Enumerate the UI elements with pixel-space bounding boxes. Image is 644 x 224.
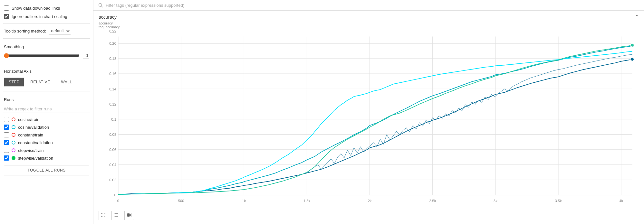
svg-text:0.18: 0.18: [109, 57, 116, 61]
ignore-outliers-label: Ignore outliers in chart scaling: [12, 14, 67, 19]
smoothing-slider[interactable]: [4, 53, 80, 58]
run-label-constant-validation: constant/validation: [18, 140, 53, 145]
axis-wall-btn[interactable]: WALL: [56, 78, 77, 87]
fit-icon-btn[interactable]: [124, 211, 134, 220]
search-icon: [98, 3, 103, 8]
chart-header: accuracy ⌃: [99, 14, 639, 20]
run-checkbox-cosine-validation[interactable]: [4, 125, 9, 130]
svg-point-0: [99, 4, 102, 6]
chart-collapse-btn[interactable]: ⌃: [635, 14, 639, 20]
svg-point-45: [631, 58, 634, 61]
run-label-stepwise-train: stepwise/train: [18, 148, 43, 153]
run-checkbox-stepwise-train[interactable]: [4, 148, 9, 153]
svg-text:4k: 4k: [619, 199, 623, 202]
run-label-stepwise-validation: stepwise/validation: [18, 156, 53, 161]
show-download-row: Show data download links: [3, 4, 90, 12]
svg-text:0.20: 0.20: [109, 42, 116, 45]
run-item-cosine-train: cosine/train: [3, 116, 90, 123]
axis-title: Horizontal Axis: [4, 69, 89, 74]
axis-relative-btn[interactable]: RELATIVE: [25, 78, 55, 87]
run-checkbox-cosine-train[interactable]: [4, 117, 9, 122]
filter-bar: [93, 0, 644, 11]
fit-icon: [127, 212, 132, 218]
divider-4: [3, 91, 90, 91]
runs-filter-input[interactable]: [3, 105, 90, 113]
sidebar: Show data download links Ignore outliers…: [0, 0, 93, 224]
tooltip-row: Tooltip sorting method: default: [3, 26, 90, 36]
smoothing-title: Smoothing: [4, 44, 89, 49]
run-color-dot-constant-train: [12, 133, 15, 137]
run-color-dot-stepwise-validation: [12, 156, 15, 160]
svg-text:0.06: 0.06: [109, 148, 116, 152]
axis-buttons: STEP RELATIVE WALL: [4, 78, 89, 87]
svg-text:1k: 1k: [242, 199, 246, 202]
chart-svg: 0 0.02 0.04 0.06 0.08 0.1 0.12 0.14 0.16…: [99, 30, 639, 209]
svg-line-1: [101, 6, 103, 7]
runs-list: cosine/traincosine/validationconstant/tr…: [3, 116, 90, 162]
ignore-outliers-row: Ignore outliers in chart scaling: [3, 12, 90, 21]
list-icon: [114, 212, 119, 218]
run-item-constant-validation: constant/validation: [3, 139, 90, 146]
svg-text:1.5k: 1.5k: [303, 199, 310, 202]
svg-text:0.04: 0.04: [109, 163, 116, 167]
svg-rect-51: [127, 213, 131, 217]
divider-1: [3, 23, 90, 23]
run-label-constant-train: constant/train: [18, 133, 43, 137]
run-item-cosine-validation: cosine/validation: [3, 123, 90, 131]
svg-text:0.08: 0.08: [109, 133, 116, 136]
run-color-dot-constant-validation: [12, 141, 15, 145]
filter-input[interactable]: [106, 3, 639, 8]
svg-text:0.22: 0.22: [109, 30, 116, 33]
svg-text:500: 500: [178, 199, 184, 202]
tooltip-label: Tooltip sorting method:: [4, 29, 46, 33]
show-download-label: Show data download links: [12, 6, 60, 11]
expand-icon-btn[interactable]: [99, 211, 108, 220]
smoothing-row: 0: [3, 51, 90, 60]
run-color-dot-cosine-validation: [12, 125, 15, 129]
chart-container: 0 0.02 0.04 0.06 0.08 0.1 0.12 0.14 0.16…: [99, 30, 639, 209]
svg-text:2k: 2k: [368, 199, 372, 202]
show-download-checkbox[interactable]: [4, 5, 9, 11]
chart-tag-info: accuracy tag: accuracy: [99, 21, 639, 29]
svg-point-47: [631, 43, 634, 47]
chart-tag-line1: accuracy: [99, 21, 113, 25]
run-label-cosine-validation: cosine/validation: [18, 125, 49, 130]
svg-text:3k: 3k: [494, 199, 497, 202]
svg-text:0: 0: [117, 199, 119, 202]
svg-text:2.5k: 2.5k: [429, 199, 436, 202]
svg-text:0.02: 0.02: [109, 178, 116, 182]
ignore-outliers-checkbox[interactable]: [4, 14, 9, 19]
svg-text:3.5k: 3.5k: [555, 199, 562, 202]
svg-text:0: 0: [114, 193, 116, 197]
toggle-all-button[interactable]: TOGGLE ALL RUNS: [4, 165, 89, 175]
chart-footer: [99, 209, 639, 221]
run-color-dot-cosine-train: [12, 117, 15, 121]
divider-3: [3, 63, 90, 63]
svg-text:0.14: 0.14: [109, 87, 116, 91]
tooltip-select[interactable]: default: [49, 27, 71, 34]
smoothing-value: 0: [83, 52, 89, 59]
run-item-constant-train: constant/train: [3, 131, 90, 139]
run-checkbox-constant-train[interactable]: [4, 132, 9, 137]
svg-text:0.12: 0.12: [109, 102, 116, 106]
svg-text:0.16: 0.16: [109, 72, 116, 76]
list-icon-btn[interactable]: [111, 211, 121, 220]
run-color-dot-stepwise-train: [12, 148, 15, 152]
svg-text:0.1: 0.1: [111, 117, 116, 121]
run-item-stepwise-train: stepwise/train: [3, 146, 90, 154]
runs-title: Runs: [4, 97, 89, 102]
run-label-cosine-train: cosine/train: [18, 117, 39, 122]
expand-icon: [101, 212, 106, 218]
main-content: accuracy ⌃ accuracy tag: accuracy: [93, 0, 644, 224]
run-item-stepwise-validation: stepwise/validation: [3, 154, 90, 162]
chart-area: accuracy ⌃ accuracy tag: accuracy: [93, 11, 644, 224]
run-checkbox-stepwise-validation[interactable]: [4, 155, 9, 161]
run-checkbox-constant-validation[interactable]: [4, 140, 9, 145]
chart-title: accuracy: [99, 14, 117, 20]
divider-2: [3, 38, 90, 39]
axis-step-btn[interactable]: STEP: [4, 78, 24, 87]
chart-tag-line2: tag: accuracy: [99, 25, 120, 29]
